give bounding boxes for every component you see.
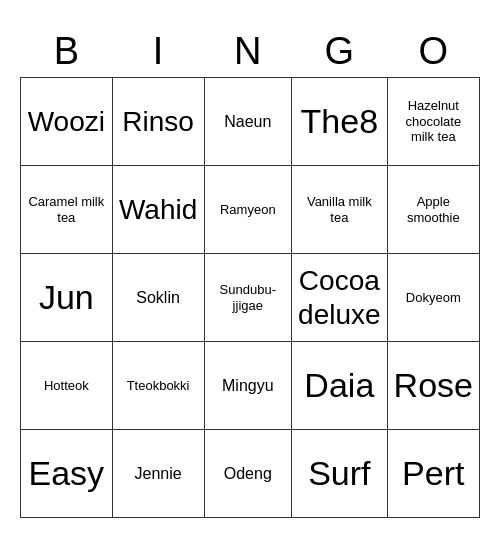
bingo-cell: Cocoa deluxe — [292, 254, 388, 342]
bingo-cell: The8 — [292, 78, 388, 166]
bingo-cell: Rinso — [112, 78, 204, 166]
bingo-cell: Vanilla milk tea — [292, 166, 388, 254]
bingo-row: HotteokTteokbokkiMingyuDaiaRose — [21, 342, 480, 430]
bingo-cell: Woozi — [21, 78, 113, 166]
bingo-cell: Tteokbokki — [112, 342, 204, 430]
bingo-row: Caramel milk teaWahidRamyeonVanilla milk… — [21, 166, 480, 254]
bingo-cell: Ramyeon — [204, 166, 292, 254]
bingo-header-row: BINGO — [21, 26, 480, 78]
bingo-cell: Mingyu — [204, 342, 292, 430]
bingo-cell: Odeng — [204, 430, 292, 518]
bingo-cell: Soklin — [112, 254, 204, 342]
bingo-cell: Dokyeom — [387, 254, 479, 342]
bingo-cell: Wahid — [112, 166, 204, 254]
bingo-header-cell: N — [204, 26, 292, 78]
bingo-header-cell: O — [387, 26, 479, 78]
bingo-cell: Sundubu-jjigae — [204, 254, 292, 342]
bingo-row: EasyJennieOdengSurfPert — [21, 430, 480, 518]
bingo-cell: Hotteok — [21, 342, 113, 430]
bingo-cell: Jennie — [112, 430, 204, 518]
bingo-cell: Hazelnut chocolate milk tea — [387, 78, 479, 166]
bingo-header-cell: G — [292, 26, 388, 78]
bingo-cell: Caramel milk tea — [21, 166, 113, 254]
bingo-cell: Naeun — [204, 78, 292, 166]
bingo-header-cell: B — [21, 26, 113, 78]
bingo-card: BINGO WooziRinsoNaeunThe8Hazelnut chocol… — [20, 26, 480, 518]
bingo-cell: Easy — [21, 430, 113, 518]
bingo-cell: Jun — [21, 254, 113, 342]
bingo-cell: Pert — [387, 430, 479, 518]
bingo-row: JunSoklinSundubu-jjigaeCocoa deluxeDokye… — [21, 254, 480, 342]
bingo-cell: Rose — [387, 342, 479, 430]
bingo-cell: Surf — [292, 430, 388, 518]
bingo-cell: Daia — [292, 342, 388, 430]
bingo-row: WooziRinsoNaeunThe8Hazelnut chocolate mi… — [21, 78, 480, 166]
bingo-header-cell: I — [112, 26, 204, 78]
bingo-cell: Apple smoothie — [387, 166, 479, 254]
bingo-body: WooziRinsoNaeunThe8Hazelnut chocolate mi… — [21, 78, 480, 518]
